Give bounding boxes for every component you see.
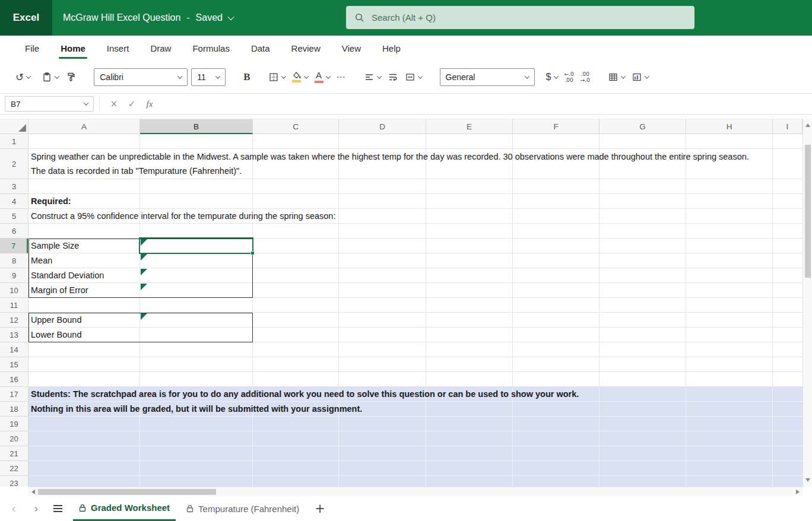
confirm-entry-button[interactable]: ✓	[123, 99, 141, 109]
cell-a4[interactable]: Required:	[31, 194, 71, 209]
wrap-text-button[interactable]	[388, 72, 398, 82]
decrease-decimal-button[interactable]: .00 →.0	[581, 71, 590, 83]
borders-chevron-icon[interactable]	[281, 74, 286, 78]
merge-chevron-icon[interactable]	[417, 74, 422, 78]
vertical-scrollbar[interactable]	[803, 119, 812, 487]
column-header-f[interactable]: F	[513, 119, 600, 134]
fill-color-chevron-icon[interactable]	[303, 74, 308, 78]
horizontal-scrollbar[interactable]	[28, 487, 803, 496]
add-sheet-button[interactable]: +	[315, 501, 325, 516]
row-header-1[interactable]: 1	[0, 134, 28, 149]
paste-chevron-icon[interactable]	[55, 74, 59, 78]
name-box[interactable]: B7	[5, 96, 94, 112]
fill-color-button[interactable]	[292, 72, 308, 82]
row-header-15[interactable]: 15	[0, 357, 28, 372]
align-chevron-icon[interactable]	[376, 74, 381, 78]
scroll-right-icon[interactable]	[796, 490, 800, 494]
tab-help[interactable]: Help	[372, 36, 411, 61]
column-header-i[interactable]: I	[773, 119, 803, 134]
undo-chevron-icon[interactable]	[26, 74, 31, 78]
tab-draw[interactable]: Draw	[139, 36, 182, 61]
cell-a2[interactable]: Spring weather can be unpredictable in t…	[31, 150, 766, 178]
next-sheet-button[interactable]: ›	[28, 503, 44, 514]
cell-a13[interactable]: Lower Bound	[31, 328, 81, 342]
column-header-h[interactable]: H	[686, 119, 773, 134]
all-sheets-menu-button[interactable]	[53, 505, 62, 512]
format-painter-button[interactable]	[65, 72, 76, 82]
cell-a8[interactable]: Mean	[31, 253, 52, 268]
tab-review[interactable]: Review	[281, 36, 331, 61]
borders-button[interactable]	[268, 72, 286, 82]
row-header-17[interactable]: 17	[0, 387, 28, 402]
row-header-5[interactable]: 5	[0, 209, 28, 224]
row-header-23[interactable]: 23	[0, 476, 28, 487]
row-header-12[interactable]: 12	[0, 313, 28, 328]
number-format-select[interactable]: General	[440, 68, 535, 86]
cell-a9[interactable]: Standard Deviation	[31, 268, 104, 283]
column-header-d[interactable]: D	[339, 119, 426, 134]
row-header-19[interactable]: 19	[0, 417, 28, 431]
font-color-button[interactable]: A	[315, 71, 330, 83]
insert-function-button[interactable]: fx	[141, 99, 158, 109]
row-header-13[interactable]: 13	[0, 328, 28, 342]
row-header-4[interactable]: 4	[0, 194, 28, 209]
title-chevron-down-icon[interactable]	[227, 14, 234, 20]
formula-input[interactable]	[158, 94, 812, 114]
column-header-c[interactable]: C	[253, 119, 339, 134]
row-header-20[interactable]: 20	[0, 431, 28, 446]
cell-a17[interactable]: Students: The scratchpad area is for you…	[31, 387, 579, 402]
scroll-up-icon[interactable]	[805, 123, 810, 127]
bold-button[interactable]: B	[243, 71, 250, 83]
cell-a18[interactable]: Nothing in this area will be graded, but…	[31, 402, 362, 417]
row-header-9[interactable]: 9	[0, 268, 28, 283]
align-button[interactable]	[364, 72, 381, 82]
prev-sheet-button[interactable]: ‹	[6, 503, 21, 514]
row-header-14[interactable]: 14	[0, 342, 28, 357]
format-as-table-button[interactable]	[608, 72, 625, 82]
horizontal-scrollbar-thumb[interactable]	[38, 489, 216, 495]
row-header-8[interactable]: 8	[0, 253, 28, 268]
sheet-tab-graded-worksheet[interactable]: Graded Worksheet	[73, 496, 176, 521]
tab-file[interactable]: File	[14, 36, 50, 61]
row-header-18[interactable]: 18	[0, 402, 28, 417]
row-header-3[interactable]: 3	[0, 179, 28, 194]
accounting-chevron-icon[interactable]	[553, 74, 558, 78]
selected-cell-b7[interactable]	[139, 237, 253, 254]
table-chevron-icon[interactable]	[621, 74, 626, 78]
tab-formulas[interactable]: Formulas	[182, 36, 240, 61]
excel-logo[interactable]: Excel	[0, 0, 52, 36]
row-header-2[interactable]: 2	[0, 149, 28, 179]
scroll-left-icon[interactable]	[31, 490, 35, 494]
row-header-22[interactable]: 22	[0, 461, 28, 476]
cell-a7[interactable]: Sample Size	[31, 239, 79, 253]
more-font-options-button[interactable]: ⋯	[337, 72, 346, 82]
increase-decimal-button[interactable]: ←.0 .00	[564, 71, 574, 83]
conditional-formatting-button[interactable]	[632, 72, 649, 82]
sheet-tab-temperature[interactable]: Tempurature (Fahrenheit)	[180, 496, 305, 521]
row-header-10[interactable]: 10	[0, 283, 28, 298]
row-header-11[interactable]: 11	[0, 298, 28, 313]
column-header-a[interactable]: A	[28, 119, 140, 134]
font-color-chevron-icon[interactable]	[325, 74, 330, 78]
tab-home[interactable]: Home	[50, 36, 96, 61]
undo-button[interactable]: ↺	[15, 71, 30, 83]
cell-a12[interactable]: Upper Bound	[31, 313, 81, 328]
select-all-corner[interactable]	[0, 119, 28, 134]
tab-insert[interactable]: Insert	[96, 36, 140, 61]
vertical-scrollbar-thumb[interactable]	[805, 145, 811, 278]
paste-button[interactable]	[42, 72, 59, 82]
tab-view[interactable]: View	[331, 36, 372, 61]
cell-a5[interactable]: Construct a 95% confidence interval for …	[31, 209, 335, 224]
document-title-area[interactable]: McGraw Hill Excel Question - Saved	[63, 0, 233, 36]
merge-center-button[interactable]	[405, 72, 422, 82]
column-header-g[interactable]: G	[600, 119, 686, 134]
conditional-formatting-chevron-icon[interactable]	[645, 74, 649, 78]
row-header-6[interactable]: 6	[0, 224, 28, 239]
row-header-7[interactable]: 7	[0, 239, 28, 253]
column-header-e[interactable]: E	[426, 119, 513, 134]
row-header-16[interactable]: 16	[0, 372, 28, 387]
fill-handle[interactable]	[250, 251, 255, 255]
tab-data[interactable]: Data	[240, 36, 281, 61]
search-input[interactable]: Search (Alt + Q)	[346, 6, 694, 29]
font-name-select[interactable]: Calibri	[94, 68, 188, 86]
